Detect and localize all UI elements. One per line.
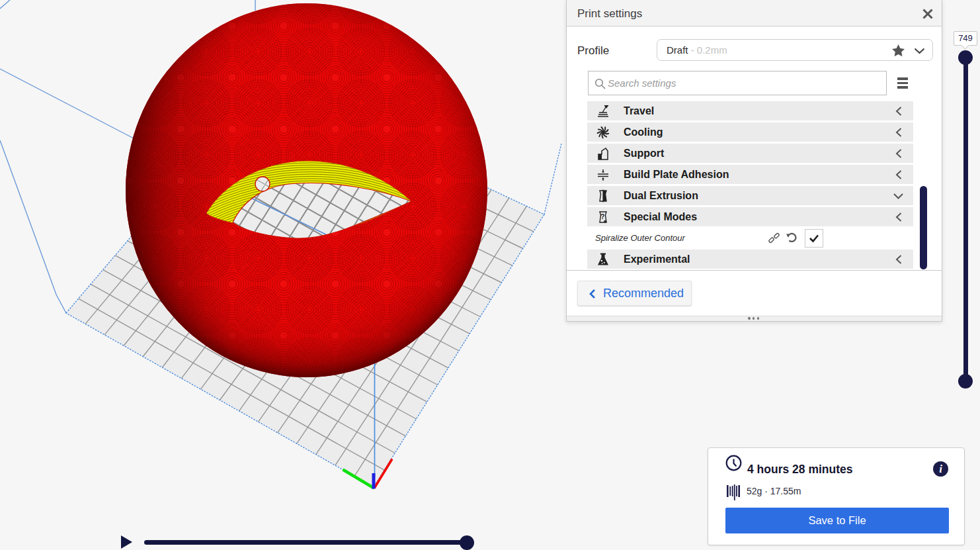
svg-text:?: ? (600, 212, 604, 220)
